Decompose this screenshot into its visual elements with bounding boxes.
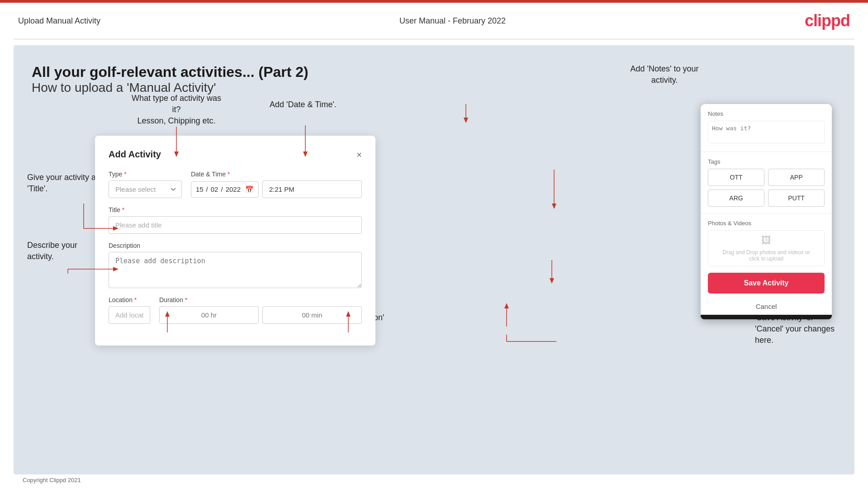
phone-photos-section: Photos & Videos 🖼 Drag and Drop photos a…	[701, 213, 832, 273]
duration-required: *	[185, 296, 187, 303]
datetime-required: *	[228, 171, 230, 178]
location-label: Location *	[109, 296, 150, 303]
form-row-description: Description	[109, 242, 362, 288]
time-input[interactable]	[262, 180, 362, 198]
description-label: Description	[109, 242, 362, 249]
copyright: Copyright Clippd 2021	[23, 477, 81, 483]
tag-app[interactable]: APP	[768, 169, 825, 186]
title-input[interactable]	[109, 216, 362, 234]
calendar-icon: 📅	[245, 185, 254, 194]
page-heading: All your golf-relevant activities... (Pa…	[32, 63, 836, 95]
phone-notes-section: Notes	[701, 104, 832, 152]
annotation-date-time: Add 'Date & Time'.	[267, 99, 339, 110]
date-day: 15	[196, 185, 204, 193]
annotation-give-title: Give your activity a 'Title'.	[27, 172, 100, 194]
svg-marker-21	[504, 303, 509, 308]
phone-tags-section: Tags OTT APP ARG PUTT	[701, 152, 832, 213]
upload-icon: 🖼	[761, 235, 771, 246]
location-input[interactable]	[109, 306, 150, 324]
annotation-notes: Add 'Notes' to your activity.	[624, 63, 705, 86]
duration-min-input[interactable]	[262, 306, 362, 324]
tags-grid: OTT APP ARG PUTT	[708, 169, 825, 207]
title-label: Title *	[109, 206, 362, 213]
tag-ott[interactable]: OTT	[708, 169, 764, 186]
date-time-label: Date & Time *	[191, 171, 362, 178]
header-title: Upload Manual Activity	[18, 16, 100, 26]
logo: clippd	[805, 11, 850, 30]
type-label: Type *	[109, 171, 182, 178]
form-group-location: Location *	[109, 296, 150, 324]
phone-notes-label: Notes	[708, 110, 825, 117]
main-heading1: All your golf-relevant activities... (Pa…	[32, 63, 836, 81]
form-row-location-duration: Location * Duration *	[109, 296, 362, 324]
annotation-describe: Describe your activity.	[27, 240, 100, 262]
form-group-duration: Duration *	[159, 296, 362, 324]
tag-putt[interactable]: PUTT	[768, 190, 825, 207]
upload-text: Drag and Drop photos and videos or click…	[717, 249, 815, 262]
form-group-datetime: Date & Time * 15 / 02 / 2022 📅	[191, 171, 362, 198]
add-activity-modal: Add Activity × Type * Please select Date…	[95, 136, 375, 346]
title-required: *	[122, 206, 124, 213]
phone-photos-label: Photos & Videos	[708, 220, 825, 227]
header: Upload Manual Activity User Manual - Feb…	[0, 3, 868, 39]
date-month: 02	[211, 185, 218, 193]
form-group-description: Description	[109, 242, 362, 288]
phone-inner: Notes Tags OTT APP ARG PUTT Photos & Vid…	[701, 104, 832, 315]
save-activity-button[interactable]: Save Activity	[708, 273, 825, 294]
phone-tags-label: Tags	[708, 158, 825, 165]
duration-hr-input[interactable]	[159, 306, 259, 324]
header-divider	[14, 39, 854, 39]
date-year: 2022	[226, 185, 241, 193]
type-required: *	[124, 171, 126, 178]
form-group-type: Type * Please select	[109, 171, 182, 198]
type-select[interactable]: Please select	[109, 180, 182, 198]
duration-inputs	[159, 306, 362, 324]
cancel-button[interactable]: Cancel	[701, 298, 832, 315]
location-required: *	[134, 296, 137, 303]
form-group-title: Title *	[109, 206, 362, 234]
duration-label: Duration *	[159, 296, 362, 303]
description-input[interactable]	[109, 252, 362, 288]
modal-title: Add Activity	[109, 149, 161, 160]
date-input[interactable]: 15 / 02 / 2022 📅	[191, 181, 259, 198]
modal-header: Add Activity ×	[109, 149, 362, 160]
photos-upload-area[interactable]: 🖼 Drag and Drop photos and videos or cli…	[708, 230, 825, 266]
svg-marker-15	[464, 118, 468, 123]
phone-panel: Notes Tags OTT APP ARG PUTT Photos & Vid…	[701, 104, 832, 319]
header-manual: User Manual - February 2022	[399, 16, 506, 26]
phone-notes-input[interactable]	[708, 121, 825, 143]
annotation-what-type: What type of activity was it? Lesson, Ch…	[127, 93, 226, 127]
modal-close-button[interactable]: ×	[356, 150, 362, 159]
form-row-title: Title *	[109, 206, 362, 234]
form-row-type-date: Type * Please select Date & Time * 15 / …	[109, 171, 362, 198]
tag-arg[interactable]: ARG	[708, 190, 764, 207]
svg-marker-17	[552, 204, 556, 209]
svg-marker-19	[550, 278, 554, 284]
main-content: All your golf-relevant activities... (Pa…	[14, 45, 854, 474]
